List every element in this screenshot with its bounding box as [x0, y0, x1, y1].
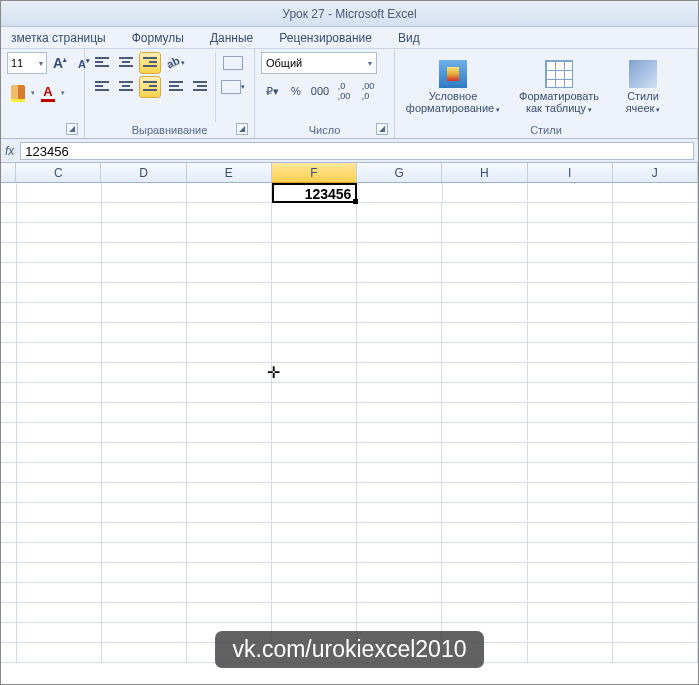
- cell[interactable]: [528, 183, 613, 203]
- cell[interactable]: [17, 503, 102, 523]
- cell[interactable]: [17, 303, 102, 323]
- cell[interactable]: [102, 203, 187, 223]
- col-header[interactable]: [1, 163, 16, 183]
- cell[interactable]: [102, 503, 187, 523]
- cell[interactable]: [17, 423, 102, 443]
- cell[interactable]: [442, 203, 527, 223]
- cell[interactable]: [272, 543, 357, 563]
- col-header-C[interactable]: C: [16, 163, 101, 183]
- cell[interactable]: [17, 483, 102, 503]
- cell[interactable]: [613, 363, 698, 383]
- cell[interactable]: [17, 443, 102, 463]
- cell[interactable]: [528, 623, 613, 643]
- cell[interactable]: [442, 403, 527, 423]
- cell[interactable]: [442, 303, 527, 323]
- cell[interactable]: [357, 483, 442, 503]
- cell[interactable]: [187, 303, 272, 323]
- cell[interactable]: [102, 223, 187, 243]
- cell[interactable]: [17, 243, 102, 263]
- merge-center-button[interactable]: ▾: [220, 76, 246, 98]
- cell[interactable]: [102, 523, 187, 543]
- align-center-button[interactable]: [115, 76, 137, 98]
- cell[interactable]: [272, 243, 357, 263]
- cell[interactable]: [357, 563, 442, 583]
- font-dialog-launcher[interactable]: ◢: [66, 123, 78, 135]
- cell[interactable]: [272, 603, 357, 623]
- cell[interactable]: [442, 243, 527, 263]
- cell[interactable]: [613, 323, 698, 343]
- increase-indent-button[interactable]: [189, 76, 211, 98]
- cell[interactable]: [528, 403, 613, 423]
- cell[interactable]: [357, 543, 442, 563]
- cell[interactable]: [528, 383, 613, 403]
- cell[interactable]: [357, 203, 442, 223]
- cell[interactable]: [102, 243, 187, 263]
- cell[interactable]: [357, 583, 442, 603]
- formula-input[interactable]: 123456: [20, 142, 694, 160]
- cell[interactable]: [528, 243, 613, 263]
- cell[interactable]: [187, 183, 272, 203]
- cell[interactable]: [613, 483, 698, 503]
- cell[interactable]: [272, 583, 357, 603]
- cell[interactable]: [442, 463, 527, 483]
- col-header-G[interactable]: G: [357, 163, 442, 183]
- tab-view[interactable]: Вид: [398, 31, 420, 45]
- wrap-text-button[interactable]: [220, 52, 246, 74]
- cell[interactable]: [442, 483, 527, 503]
- cell[interactable]: [528, 523, 613, 543]
- cell[interactable]: [442, 343, 527, 363]
- cell[interactable]: [528, 283, 613, 303]
- increase-decimal-button[interactable]: ,0,00: [333, 80, 355, 102]
- cell[interactable]: [102, 623, 187, 643]
- cell[interactable]: [613, 243, 698, 263]
- cell[interactable]: [102, 183, 187, 203]
- align-bottom-button[interactable]: [139, 52, 161, 74]
- cell[interactable]: [528, 303, 613, 323]
- cell[interactable]: [528, 423, 613, 443]
- cell[interactable]: [442, 323, 527, 343]
- align-left-button[interactable]: [91, 76, 113, 98]
- font-color-button[interactable]: A: [37, 82, 59, 104]
- cell[interactable]: [442, 563, 527, 583]
- cell[interactable]: [357, 263, 442, 283]
- cell[interactable]: [17, 223, 102, 243]
- cell[interactable]: [613, 643, 698, 663]
- cell[interactable]: [613, 583, 698, 603]
- cell[interactable]: [102, 383, 187, 403]
- cell[interactable]: [102, 643, 187, 663]
- cell[interactable]: [272, 203, 357, 223]
- cell[interactable]: [102, 263, 187, 283]
- cell[interactable]: [17, 203, 102, 223]
- cell[interactable]: [17, 623, 102, 643]
- cell[interactable]: [528, 263, 613, 283]
- cell[interactable]: [528, 223, 613, 243]
- cell[interactable]: [613, 303, 698, 323]
- cell[interactable]: [187, 503, 272, 523]
- cell[interactable]: [17, 523, 102, 543]
- cell[interactable]: [187, 263, 272, 283]
- cell[interactable]: [357, 443, 442, 463]
- increase-font-button[interactable]: A▴: [49, 52, 71, 74]
- cell[interactable]: [442, 523, 527, 543]
- cell[interactable]: [17, 263, 102, 283]
- cell[interactable]: [187, 563, 272, 583]
- align-middle-button[interactable]: [115, 52, 137, 74]
- cell[interactable]: [528, 563, 613, 583]
- cell[interactable]: [102, 423, 187, 443]
- cell[interactable]: [187, 383, 272, 403]
- cell[interactable]: [272, 383, 357, 403]
- cell[interactable]: [17, 543, 102, 563]
- cell[interactable]: [17, 183, 102, 203]
- cell[interactable]: [102, 483, 187, 503]
- cell[interactable]: [272, 263, 357, 283]
- cell[interactable]: [613, 543, 698, 563]
- cell[interactable]: [272, 423, 357, 443]
- cell[interactable]: [442, 363, 527, 383]
- cell[interactable]: [613, 403, 698, 423]
- accounting-format-button[interactable]: ₽▾: [261, 80, 283, 102]
- cell[interactable]: [442, 283, 527, 303]
- cell[interactable]: [187, 243, 272, 263]
- tab-formulas[interactable]: Формулы: [132, 31, 184, 45]
- cell[interactable]: [187, 323, 272, 343]
- cell[interactable]: [613, 623, 698, 643]
